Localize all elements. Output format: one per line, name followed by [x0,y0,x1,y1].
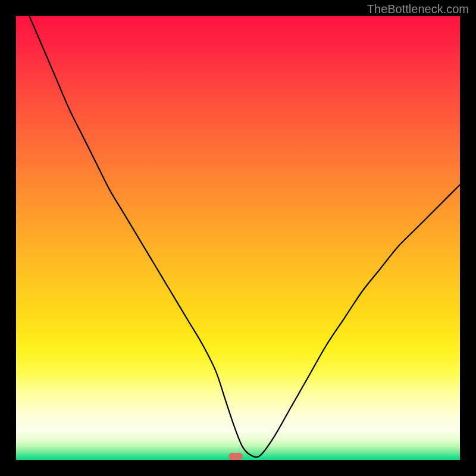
plot-area [16,16,460,460]
bottleneck-curve [16,16,460,460]
optimum-marker [228,453,243,460]
chart-outer-frame: TheBottleneck.com [0,0,476,476]
watermark-text: TheBottleneck.com [367,2,469,16]
